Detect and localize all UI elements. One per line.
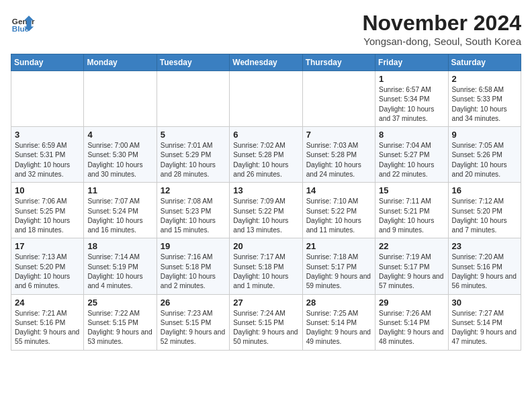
day-info: Sunrise: 7:16 AMSunset: 5:18 PMDaylight:… (161, 253, 226, 291)
day-number: 24 (15, 298, 80, 308)
calendar-day-cell: 5Sunrise: 7:01 AMSunset: 5:29 PMDaylight… (157, 127, 229, 183)
day-number: 22 (379, 241, 444, 251)
calendar-day-cell: 17Sunrise: 7:13 AMSunset: 5:20 PMDayligh… (11, 238, 84, 294)
calendar-day-cell (157, 71, 229, 127)
day-of-week-header: Friday (375, 54, 448, 71)
calendar-day-cell: 13Sunrise: 7:09 AMSunset: 5:22 PMDayligh… (230, 183, 302, 238)
day-info: Sunrise: 7:00 AMSunset: 5:30 PMDaylight:… (87, 141, 152, 179)
day-number: 13 (233, 185, 298, 195)
calendar-day-cell (84, 71, 157, 127)
calendar-day-cell: 16Sunrise: 7:12 AMSunset: 5:20 PMDayligh… (448, 183, 521, 238)
calendar-day-cell: 9Sunrise: 7:05 AMSunset: 5:26 PMDaylight… (448, 127, 521, 183)
day-info: Sunrise: 7:26 AMSunset: 5:14 PMDaylight:… (379, 309, 444, 347)
calendar-day-cell: 20Sunrise: 7:17 AMSunset: 5:18 PMDayligh… (230, 238, 302, 294)
calendar-day-cell: 22Sunrise: 7:19 AMSunset: 5:17 PMDayligh… (375, 238, 448, 294)
calendar-day-cell: 2Sunrise: 6:58 AMSunset: 5:33 PMDaylight… (448, 71, 521, 127)
calendar-day-cell: 29Sunrise: 7:26 AMSunset: 5:14 PMDayligh… (375, 294, 448, 350)
calendar-day-cell (230, 71, 302, 127)
page-header: General Blue November 2024 Yongsan-dong,… (11, 11, 521, 47)
calendar-week-row: 17Sunrise: 7:13 AMSunset: 5:20 PMDayligh… (11, 238, 521, 294)
calendar-day-cell: 4Sunrise: 7:00 AMSunset: 5:30 PMDaylight… (84, 127, 157, 183)
calendar-day-cell: 11Sunrise: 7:07 AMSunset: 5:24 PMDayligh… (84, 183, 157, 238)
calendar-day-cell: 28Sunrise: 7:25 AMSunset: 5:14 PMDayligh… (302, 294, 375, 350)
day-number: 20 (233, 241, 298, 251)
calendar-day-cell: 25Sunrise: 7:22 AMSunset: 5:15 PMDayligh… (84, 294, 157, 350)
day-number: 27 (233, 298, 298, 308)
day-number: 18 (87, 241, 152, 251)
day-info: Sunrise: 7:20 AMSunset: 5:16 PMDaylight:… (452, 253, 517, 291)
day-number: 19 (161, 241, 226, 251)
calendar-day-cell: 24Sunrise: 7:21 AMSunset: 5:16 PMDayligh… (11, 294, 84, 350)
day-info: Sunrise: 7:06 AMSunset: 5:25 PMDaylight:… (15, 197, 80, 235)
day-of-week-header: Wednesday (230, 54, 302, 71)
calendar-day-cell: 15Sunrise: 7:11 AMSunset: 5:21 PMDayligh… (375, 183, 448, 238)
day-info: Sunrise: 7:04 AMSunset: 5:27 PMDaylight:… (379, 141, 444, 179)
day-number: 15 (379, 185, 444, 195)
day-number: 9 (452, 130, 517, 140)
day-number: 2 (452, 74, 517, 84)
calendar-day-cell: 19Sunrise: 7:16 AMSunset: 5:18 PMDayligh… (157, 238, 229, 294)
day-number: 30 (452, 298, 517, 308)
day-info: Sunrise: 7:12 AMSunset: 5:20 PMDaylight:… (452, 197, 517, 235)
day-number: 6 (233, 130, 298, 140)
calendar-day-cell: 10Sunrise: 7:06 AMSunset: 5:25 PMDayligh… (11, 183, 84, 238)
calendar-day-cell (11, 71, 84, 127)
calendar-day-cell: 14Sunrise: 7:10 AMSunset: 5:22 PMDayligh… (302, 183, 375, 238)
day-number: 21 (306, 241, 371, 251)
calendar-day-cell: 23Sunrise: 7:20 AMSunset: 5:16 PMDayligh… (448, 238, 521, 294)
day-info: Sunrise: 7:02 AMSunset: 5:28 PMDaylight:… (233, 141, 298, 179)
day-number: 7 (306, 130, 371, 140)
day-info: Sunrise: 7:17 AMSunset: 5:18 PMDaylight:… (233, 253, 298, 291)
calendar-day-cell: 6Sunrise: 7:02 AMSunset: 5:28 PMDaylight… (230, 127, 302, 183)
calendar-day-cell: 1Sunrise: 6:57 AMSunset: 5:34 PMDaylight… (375, 71, 448, 127)
day-number: 28 (306, 298, 371, 308)
calendar-week-row: 10Sunrise: 7:06 AMSunset: 5:25 PMDayligh… (11, 183, 521, 238)
day-info: Sunrise: 7:11 AMSunset: 5:21 PMDaylight:… (379, 197, 444, 235)
day-of-week-header: Monday (84, 54, 157, 71)
calendar-day-cell: 26Sunrise: 7:23 AMSunset: 5:15 PMDayligh… (157, 294, 229, 350)
day-info: Sunrise: 6:58 AMSunset: 5:33 PMDaylight:… (452, 85, 517, 124)
calendar-week-row: 3Sunrise: 6:59 AMSunset: 5:31 PMDaylight… (11, 127, 521, 183)
page-title: November 2024 (362, 11, 521, 36)
calendar-day-cell: 3Sunrise: 6:59 AMSunset: 5:31 PMDaylight… (11, 127, 84, 183)
day-of-week-header: Thursday (302, 54, 375, 71)
calendar-day-cell: 8Sunrise: 7:04 AMSunset: 5:27 PMDaylight… (375, 127, 448, 183)
calendar-week-row: 24Sunrise: 7:21 AMSunset: 5:16 PMDayligh… (11, 294, 521, 350)
day-number: 16 (452, 185, 517, 195)
day-number: 4 (87, 130, 152, 140)
calendar-day-cell (302, 71, 375, 127)
calendar-table: SundayMondayTuesdayWednesdayThursdayFrid… (11, 54, 521, 351)
day-number: 25 (87, 298, 152, 308)
day-info: Sunrise: 7:24 AMSunset: 5:15 PMDaylight:… (233, 309, 298, 347)
calendar-week-row: 1Sunrise: 6:57 AMSunset: 5:34 PMDaylight… (11, 71, 521, 127)
day-number: 1 (379, 74, 444, 84)
calendar-day-cell: 21Sunrise: 7:18 AMSunset: 5:17 PMDayligh… (302, 238, 375, 294)
day-info: Sunrise: 7:10 AMSunset: 5:22 PMDaylight:… (306, 197, 371, 235)
day-of-week-header: Sunday (11, 54, 84, 71)
day-number: 11 (87, 185, 152, 195)
day-info: Sunrise: 7:23 AMSunset: 5:15 PMDaylight:… (161, 309, 226, 347)
day-info: Sunrise: 7:22 AMSunset: 5:15 PMDaylight:… (87, 309, 152, 347)
day-number: 10 (15, 185, 80, 195)
day-info: Sunrise: 7:13 AMSunset: 5:20 PMDaylight:… (15, 253, 80, 291)
day-number: 5 (161, 130, 226, 140)
calendar-day-cell: 27Sunrise: 7:24 AMSunset: 5:15 PMDayligh… (230, 294, 302, 350)
day-of-week-header: Saturday (448, 54, 521, 71)
day-number: 8 (379, 130, 444, 140)
day-info: Sunrise: 7:19 AMSunset: 5:17 PMDaylight:… (379, 253, 444, 291)
day-number: 23 (452, 241, 517, 251)
day-info: Sunrise: 7:09 AMSunset: 5:22 PMDaylight:… (233, 197, 298, 235)
day-info: Sunrise: 7:27 AMSunset: 5:14 PMDaylight:… (452, 309, 517, 347)
day-info: Sunrise: 7:05 AMSunset: 5:26 PMDaylight:… (452, 141, 517, 179)
day-info: Sunrise: 7:03 AMSunset: 5:28 PMDaylight:… (306, 141, 371, 179)
day-info: Sunrise: 7:07 AMSunset: 5:24 PMDaylight:… (87, 197, 152, 235)
day-number: 17 (15, 241, 80, 251)
page-subtitle: Yongsan-dong, Seoul, South Korea (362, 36, 521, 47)
logo: General Blue (11, 11, 35, 35)
title-block: November 2024 Yongsan-dong, Seoul, South… (362, 11, 521, 47)
day-info: Sunrise: 6:59 AMSunset: 5:31 PMDaylight:… (15, 141, 80, 179)
day-info: Sunrise: 7:08 AMSunset: 5:23 PMDaylight:… (161, 197, 226, 235)
day-info: Sunrise: 7:25 AMSunset: 5:14 PMDaylight:… (306, 309, 371, 347)
day-info: Sunrise: 7:21 AMSunset: 5:16 PMDaylight:… (15, 309, 80, 347)
day-number: 26 (161, 298, 226, 308)
